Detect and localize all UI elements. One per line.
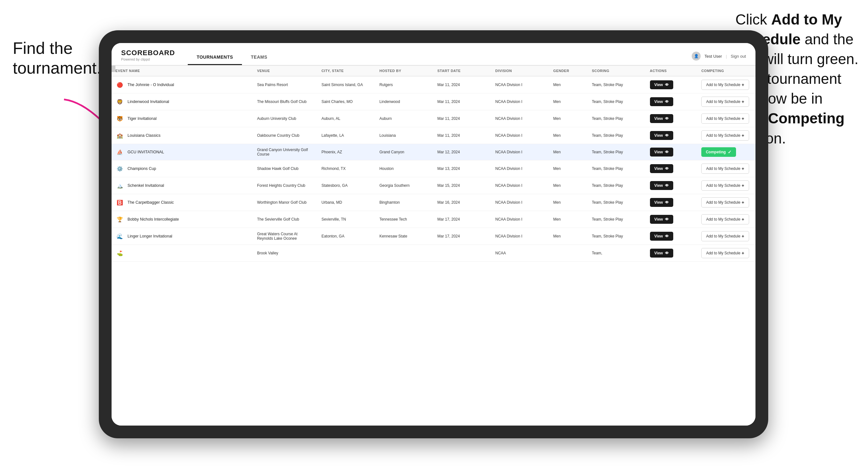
- plus-icon: +: [742, 99, 744, 104]
- col-header-venue: VENUE: [253, 66, 317, 76]
- add-to-schedule-button[interactable]: Add to My Schedule +: [701, 197, 749, 208]
- add-schedule-label: Add to My Schedule: [706, 116, 740, 121]
- view-button[interactable]: View 👁: [650, 131, 673, 140]
- add-to-schedule-button[interactable]: Add to My Schedule +: [701, 248, 749, 258]
- city-cell: Lafayette, LA: [317, 127, 375, 144]
- tab-teams[interactable]: TEAMS: [242, 50, 276, 65]
- table-row: ⛵ GCU INVITATIONAL Grand Canyon Universi…: [112, 144, 755, 160]
- scoring-cell: Team, Stroke Play: [588, 177, 646, 194]
- add-schedule-label: Add to My Schedule: [706, 99, 740, 104]
- competing-cell: Add to My Schedule +: [698, 211, 755, 228]
- hosted-cell: Auburn: [375, 110, 434, 127]
- view-button[interactable]: View 👁: [650, 232, 673, 241]
- date-cell: Mar 11, 2024: [434, 93, 492, 110]
- view-button[interactable]: View 👁: [650, 148, 673, 157]
- col-header-actions: ACTIONS: [646, 66, 698, 76]
- annotation-left: Find thetournament.: [13, 38, 101, 78]
- hosted-cell: Rutgers: [375, 76, 434, 93]
- sidebar-toggle[interactable]: [112, 66, 115, 72]
- eye-icon: 👁: [665, 166, 669, 171]
- division-cell: NCAA Division I: [492, 110, 550, 127]
- competing-cell: Competing ✓: [698, 144, 755, 160]
- actions-cell: View 👁: [646, 110, 698, 127]
- hosted-cell: Kennesaw State: [375, 228, 434, 245]
- add-to-schedule-button[interactable]: Add to My Schedule +: [701, 130, 749, 141]
- view-button[interactable]: View 👁: [650, 249, 673, 257]
- add-to-schedule-button[interactable]: Add to My Schedule +: [701, 97, 749, 107]
- event-name-cell: 🌊 Linger Longer Invitational: [115, 232, 249, 241]
- add-schedule-label: Add to My Schedule: [706, 200, 740, 205]
- plus-icon: +: [742, 166, 744, 171]
- hosted-cell: Lindenwood: [375, 93, 434, 110]
- view-label: View: [654, 251, 663, 255]
- view-button[interactable]: View 👁: [650, 215, 673, 224]
- col-header-division: DIVISION: [492, 66, 550, 76]
- view-label: View: [654, 166, 663, 171]
- eye-icon: 👁: [665, 200, 669, 205]
- user-avatar: 👤: [692, 52, 701, 61]
- view-button[interactable]: View 👁: [650, 164, 673, 173]
- hosted-cell: Houston: [375, 160, 434, 177]
- view-button[interactable]: View 👁: [650, 80, 673, 89]
- team-logo: ⚙️: [115, 164, 124, 173]
- sign-out-link[interactable]: Sign out: [731, 54, 746, 59]
- competing-button[interactable]: Competing ✓: [701, 147, 736, 157]
- gender-cell: Men: [550, 110, 588, 127]
- venue-cell: Shadow Hawk Golf Club: [253, 160, 317, 177]
- hosted-cell: Tennessee Tech: [375, 211, 434, 228]
- actions-cell: View 👁: [646, 127, 698, 144]
- city-cell: Sevierville, TN: [317, 211, 375, 228]
- event-name-cell: 🦁 Lindenwood Invitational: [115, 97, 249, 106]
- view-label: View: [654, 234, 663, 239]
- division-cell: NCAA Division I: [492, 127, 550, 144]
- venue-cell: Sea Palms Resort: [253, 76, 317, 93]
- add-to-schedule-button[interactable]: Add to My Schedule +: [701, 180, 749, 191]
- plus-icon: +: [742, 217, 744, 222]
- plus-icon: +: [742, 200, 744, 205]
- event-name: Bobby Nichols Intercollegiate: [127, 217, 179, 222]
- view-label: View: [654, 133, 663, 138]
- add-to-schedule-button[interactable]: Add to My Schedule +: [701, 114, 749, 124]
- city-cell: Auburn, AL: [317, 110, 375, 127]
- date-cell: Mar 11, 2024: [434, 76, 492, 93]
- event-name: GCU INVITATIONAL: [127, 150, 164, 154]
- event-name-cell: 🏆 Bobby Nichols Intercollegiate: [115, 215, 249, 224]
- date-cell: Mar 11, 2024: [434, 127, 492, 144]
- event-name: Lindenwood Invitational: [127, 99, 169, 104]
- competing-label: Competing: [706, 150, 726, 154]
- plus-icon: +: [742, 82, 744, 87]
- view-label: View: [654, 150, 663, 154]
- eye-icon: 👁: [665, 251, 669, 255]
- team-logo: 🌊: [115, 232, 124, 241]
- col-header-scoring: SCORING: [588, 66, 646, 76]
- view-label: View: [654, 183, 663, 188]
- event-name-cell: 🔴 The Johnnie - O Individual: [115, 80, 249, 89]
- actions-cell: View 👁: [646, 211, 698, 228]
- division-cell: NCAA Division I: [492, 177, 550, 194]
- add-to-schedule-button[interactable]: Add to My Schedule +: [701, 214, 749, 224]
- event-name: Schenkel Invitational: [127, 183, 164, 188]
- view-button[interactable]: View 👁: [650, 198, 673, 207]
- hosted-cell: Louisiana: [375, 127, 434, 144]
- actions-cell: View 👁: [646, 144, 698, 160]
- gender-cell: Men: [550, 194, 588, 211]
- view-button[interactable]: View 👁: [650, 181, 673, 190]
- city-cell: Statesboro, GA: [317, 177, 375, 194]
- competing-cell: Add to My Schedule +: [698, 93, 755, 110]
- eye-icon: 👁: [665, 99, 669, 104]
- view-button[interactable]: View 👁: [650, 114, 673, 123]
- tab-tournaments[interactable]: TOURNAMENTS: [188, 50, 242, 65]
- app-header: SCOREBOARD Powered by clippd TOURNAMENTS…: [112, 43, 755, 66]
- team-logo: 🏆: [115, 215, 124, 224]
- venue-cell: Oakbourne Country Club: [253, 127, 317, 144]
- scoring-cell: Team, Stroke Play: [588, 127, 646, 144]
- add-to-schedule-button[interactable]: Add to My Schedule +: [701, 231, 749, 241]
- venue-cell: Forest Heights Country Club: [253, 177, 317, 194]
- date-cell: [434, 245, 492, 262]
- event-name-cell: ⚙️ Champions Cup: [115, 164, 249, 173]
- table-row: 🏆 Bobby Nichols Intercollegiate The Sevi…: [112, 211, 755, 228]
- add-to-schedule-button[interactable]: Add to My Schedule +: [701, 80, 749, 90]
- view-button[interactable]: View 👁: [650, 97, 673, 106]
- add-to-schedule-button[interactable]: Add to My Schedule +: [701, 163, 749, 174]
- col-header-event: EVENT NAME: [112, 66, 253, 76]
